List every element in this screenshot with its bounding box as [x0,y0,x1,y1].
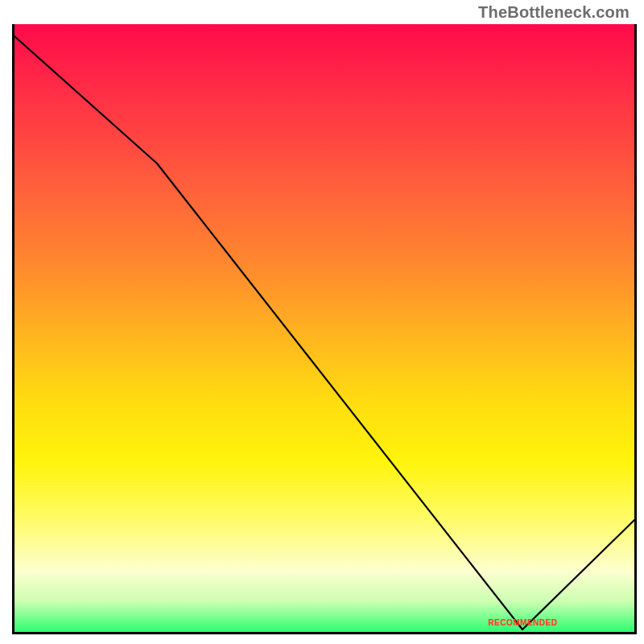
recommended-marker-label: RECOMMENDED [488,618,557,627]
attribution-text: TheBottleneck.com [478,3,630,22]
bottleneck-curve [14,24,634,632]
chart-container: TheBottleneck.com RECOMMENDED [0,0,644,644]
plot-area: RECOMMENDED [12,24,637,634]
